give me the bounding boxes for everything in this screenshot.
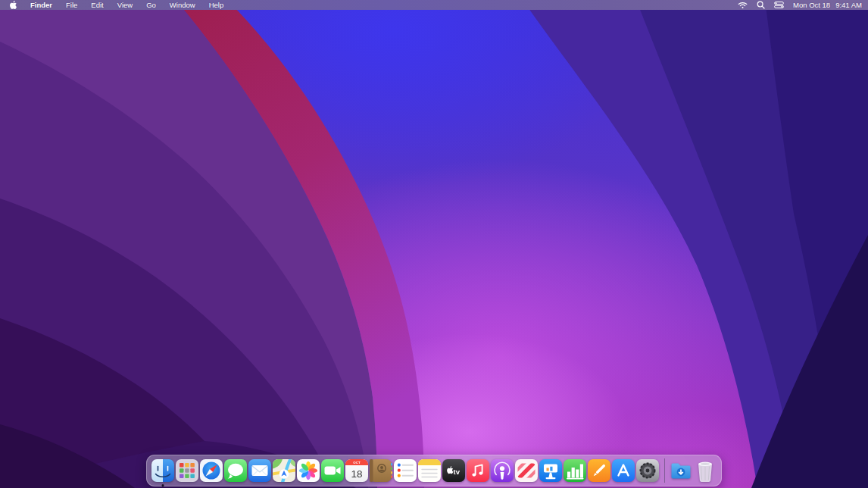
menu-clock[interactable]: Mon Oct 18 9:41 AM (788, 0, 862, 10)
wifi-icon[interactable] (733, 2, 752, 9)
menu-help[interactable]: Help (202, 0, 231, 10)
dock-item-pages[interactable] (587, 458, 611, 483)
dock-item-numbers[interactable] (563, 458, 587, 483)
dock-item-music[interactable] (466, 458, 490, 483)
dock-item-mail[interactable] (248, 458, 272, 483)
dock-item-app-store[interactable] (611, 458, 635, 483)
apple-menu[interactable] (8, 0, 23, 10)
menu-view[interactable]: View (111, 0, 139, 10)
calendar-month-label: OCT (353, 461, 361, 465)
dock-item-launchpad[interactable] (175, 458, 199, 483)
dock-item-downloads-folder[interactable] (669, 458, 693, 483)
dock-item-maps[interactable] (272, 458, 296, 483)
dock-item-system-preferences[interactable] (635, 458, 660, 483)
dock-item-apple-tv[interactable]: tv (442, 458, 466, 483)
apple-tv-logo-text: tv (454, 468, 461, 476)
dock-item-news[interactable] (514, 458, 539, 483)
control-center-icon[interactable] (770, 2, 788, 8)
dock-item-notes[interactable] (417, 458, 442, 483)
dock-separator (660, 458, 669, 483)
menu-bar: Finder File Edit View Go Window Help (0, 0, 868, 10)
calendar-day-label: 18 (351, 468, 362, 480)
dock-item-calendar[interactable]: OCT 18 (345, 458, 369, 483)
menu-file[interactable]: File (59, 0, 84, 10)
dock-item-photos[interactable] (296, 458, 320, 483)
dock-item-keynote[interactable] (539, 458, 563, 483)
menu-window[interactable]: Window (163, 0, 202, 10)
desktop-wallpaper (0, 0, 868, 488)
dock: OCT 18 (146, 455, 722, 486)
dock-item-podcasts[interactable] (490, 458, 514, 483)
dock-item-reminders[interactable] (393, 458, 417, 483)
spotlight-search-icon[interactable] (752, 1, 770, 9)
dock-item-finder[interactable] (151, 458, 175, 483)
macos-desktop: Finder File Edit View Go Window Help (0, 0, 868, 488)
dock-item-messages[interactable] (223, 458, 248, 483)
apple-logo-icon (9, 0, 17, 10)
menu-date: Mon Oct 18 (793, 0, 830, 10)
dock-item-facetime[interactable] (320, 458, 345, 483)
menu-time: 9:41 AM (835, 0, 862, 10)
dock-item-contacts[interactable] (369, 458, 393, 483)
menu-app-finder[interactable]: Finder (23, 0, 59, 10)
running-indicator (162, 484, 164, 486)
dock-item-trash[interactable] (693, 458, 717, 483)
menu-go[interactable]: Go (139, 0, 163, 10)
menu-edit[interactable]: Edit (84, 0, 110, 10)
dock-item-safari[interactable] (199, 458, 223, 483)
